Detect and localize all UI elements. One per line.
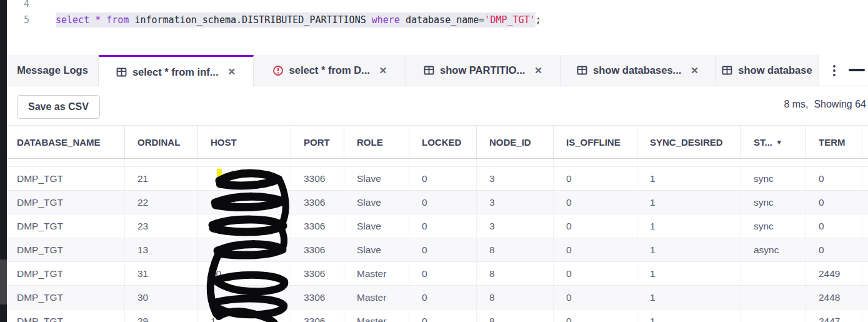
column-header-term[interactable]: TERM (806, 126, 862, 158)
close-icon[interactable]: ✕ (534, 65, 542, 76)
tab-show-partitio-[interactable]: show PARTITIO...✕ (406, 55, 561, 86)
kebab-menu-icon[interactable] (833, 65, 836, 76)
table-row: DMP_TGT2210.503306Slave0301sync0 (7, 191, 868, 214)
tab-label: show database (738, 64, 812, 76)
table-cell (637, 159, 741, 166)
table-cell (806, 159, 862, 166)
column-header-node-id[interactable]: NODE_ID (477, 126, 554, 158)
tab-label: show databases... (593, 64, 681, 76)
table-cell (198, 214, 291, 238)
table-cell: 0 (554, 262, 637, 285)
table-cell: 0 (554, 191, 637, 214)
column-header-label: PORT (304, 137, 330, 148)
table-cell (125, 159, 198, 166)
table-cell: 3 (477, 167, 554, 190)
close-icon[interactable]: ✕ (227, 66, 236, 78)
table-cell: 3306 (291, 262, 344, 285)
table-cell: Master (344, 262, 409, 285)
column-header-label: SYNC_DESIRED (650, 137, 723, 148)
column-header-label: TERM (819, 137, 846, 148)
table-cell: 8 (477, 238, 554, 261)
table-cell (477, 159, 554, 166)
table-cell: DMP_TGT (7, 309, 125, 322)
tab-overflow-area (819, 55, 868, 86)
column-header-extra[interactable] (862, 126, 868, 158)
table-cell: 3 (477, 191, 554, 214)
table-cell (741, 159, 806, 166)
table-cell: 1 (637, 238, 741, 261)
editor-line[interactable]: 4 (7, 0, 868, 12)
table-grid-icon (577, 65, 587, 76)
column-header-label: NODE_ID (489, 137, 531, 148)
table-cell: 0 (409, 309, 477, 322)
table-cell: Slave (344, 191, 409, 214)
tab-message-logs[interactable]: Message Logs (7, 55, 99, 86)
table-cell: 0 (554, 214, 637, 238)
table-cell: async (741, 238, 806, 261)
tab-label: select * from D... (289, 64, 370, 76)
table-cell: 0 (806, 167, 862, 190)
editor-line[interactable]: 5select * from information_schema.DISTRI… (7, 12, 868, 28)
table-cell: 1 (637, 262, 741, 285)
column-header-locked[interactable]: LOCKED (409, 126, 477, 158)
table-cell (291, 159, 344, 166)
column-header-host[interactable]: HOST (198, 126, 291, 158)
column-header-ordinal[interactable]: ORDINAL (125, 126, 198, 158)
column-header-label: ROLE (357, 137, 383, 148)
close-icon[interactable]: ✕ (379, 65, 387, 76)
column-header-role[interactable]: ROLE (344, 126, 409, 158)
results-toolbar: Save as CSV 8 ms, Showing 64 (7, 86, 868, 125)
table-cell: 3306 (291, 309, 344, 322)
table-cell: 0 (554, 238, 637, 261)
column-header-is-offline[interactable]: IS_OFFLINE (554, 126, 637, 158)
table-grid-icon (116, 67, 127, 78)
column-header-sync-desired[interactable]: SYNC_DESIRED (637, 126, 741, 158)
table-cell: 0 (409, 262, 477, 285)
error-icon (272, 65, 284, 76)
tab-show-databases-[interactable]: show databases...✕ (561, 55, 716, 86)
table-cell: 0 (554, 286, 637, 309)
tab-select-from-inf-[interactable]: select * from inf...✕ (99, 55, 254, 87)
save-as-csv-button[interactable]: Save as CSV (17, 95, 100, 119)
table-cell: 0 (806, 191, 862, 214)
table-cell (862, 286, 868, 309)
table-header-row: DATABASE_NAMEORDINALHOSTPORTROLELOCKEDNO… (7, 125, 868, 159)
table-cell: 2448 (806, 286, 862, 309)
table-cell (862, 159, 868, 166)
left-scrollbar-thumb[interactable] (0, 259, 7, 304)
table-cell: 10. (198, 262, 291, 285)
table-cell: 0 (806, 214, 862, 238)
table-cell: 1 (637, 191, 741, 214)
tab-show-database[interactable]: show database (716, 55, 819, 86)
table-cell: 0 (554, 167, 637, 190)
table-cell: 21 (125, 167, 198, 190)
column-header-database-name[interactable]: DATABASE_NAME (7, 126, 125, 158)
table-row: DMP_TGT213306Slave0301sync0 (7, 167, 868, 191)
tab-select-from-d-[interactable]: select * from D...✕ (254, 55, 406, 86)
table-cell: 8 (477, 309, 554, 322)
table-cell: DMP_TGT (7, 191, 125, 214)
table-row: DMP_TGT3013306Master08012448 (7, 286, 868, 309)
table-cell: 2447 (806, 309, 862, 322)
column-header-st-[interactable]: ST...▾ (741, 126, 806, 158)
table-cell (862, 167, 868, 190)
column-header-label: LOCKED (422, 137, 461, 148)
tab-label: Message Logs (17, 64, 88, 76)
table-cell: sync (741, 214, 806, 238)
table-cell: Slave (344, 238, 409, 261)
table-cell: 0 (409, 286, 477, 309)
table-cell: 0 (409, 167, 477, 190)
close-icon[interactable]: ✕ (691, 65, 699, 76)
table-cell: Master (344, 286, 409, 309)
tab-scroll-dash-icon[interactable] (849, 69, 865, 71)
tab-label: show PARTITIO... (440, 64, 525, 76)
column-header-label: DATABASE_NAME (17, 137, 101, 148)
table-body: DMP_TGT213306Slave0301sync0DMP_TGT2210.5… (7, 159, 868, 322)
table-cell (344, 159, 409, 166)
table-cell (862, 238, 868, 261)
sql-editor[interactable]: 45select * from information_schema.DISTR… (7, 0, 868, 54)
sort-caret-icon[interactable]: ▾ (777, 138, 781, 146)
table-cell: 8 (477, 286, 554, 309)
column-header-port[interactable]: PORT (291, 126, 344, 158)
table-cell: 3306 (291, 214, 344, 238)
